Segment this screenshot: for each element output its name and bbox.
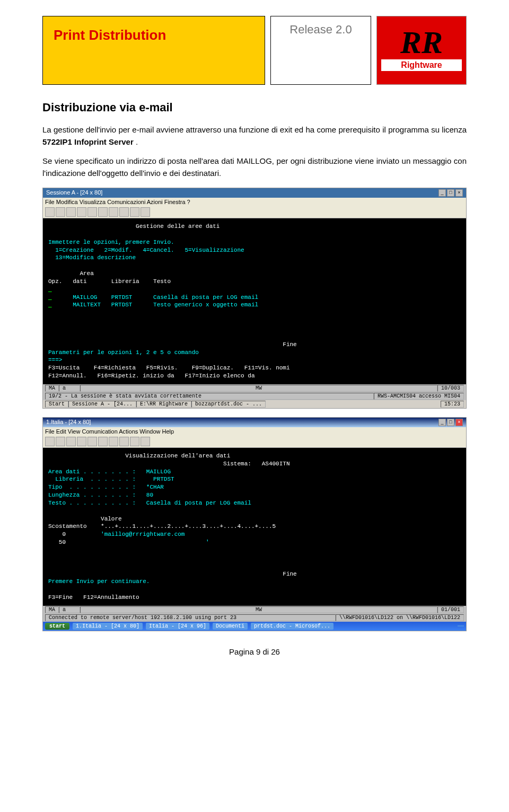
close-button[interactable]: × [455, 419, 463, 426]
terminal-window-2: 1.Italia - [24 x 80] _ □ × File Edit Vie… [42, 417, 467, 631]
system-label: Sistema: [223, 461, 251, 467]
row-text: Testo generico x oggetto email [153, 302, 258, 308]
toolbar-button[interactable] [109, 437, 118, 446]
taskbar-item[interactable]: bozzaprtdst.doc - ... [191, 401, 266, 408]
fkey: F16=Ripetiz. inizio da [97, 373, 174, 379]
close-button[interactable]: × [455, 189, 463, 197]
maximize-button[interactable]: □ [447, 189, 454, 197]
titlebar[interactable]: Sessione A - [24 x 80] _ □ × [43, 188, 466, 198]
field-label: Testo . . . . . . . . . : [48, 500, 136, 506]
input-field[interactable] [48, 294, 52, 301]
input-field[interactable] [48, 286, 52, 293]
taskbar-item[interactable]: Sessione A - [24... [68, 401, 136, 408]
field-value: Casella di posta per LOG email [146, 500, 251, 506]
fkey: F4=Richiesta [94, 365, 136, 371]
taskbar-classic: Start Sessione A - [24... E:\RR Rightwar… [43, 400, 466, 408]
toolbar-button[interactable] [119, 437, 129, 446]
toolbar-button[interactable] [98, 207, 108, 217]
toolbar-button[interactable] [66, 437, 76, 446]
paragraph-2: Se viene specificato un indirizzo di pos… [42, 155, 467, 179]
toolbar-button[interactable] [141, 207, 150, 217]
toolbar-button[interactable] [130, 207, 139, 217]
fkey: F5=Rivis. [146, 365, 178, 371]
toolbar-button[interactable] [141, 437, 150, 446]
page-footer: Pagina 9 di 26 [42, 647, 467, 656]
col-header-testo: Testo [153, 278, 171, 285]
minimize-button[interactable]: _ [438, 189, 446, 197]
row-lib: PRTDST [111, 302, 133, 308]
start-button[interactable]: start [45, 623, 69, 630]
toolbar-button[interactable] [119, 207, 129, 217]
field-value: 80 [146, 492, 153, 498]
row-area: MAILLOG [73, 294, 97, 301]
toolbar-button[interactable] [45, 207, 55, 217]
terminal-statusbar: MA a MW 10/003 [43, 384, 466, 392]
input-field[interactable] [48, 302, 52, 308]
paragraph-1: La gestione dell'invio per e-mail avvien… [42, 124, 467, 148]
stat-mw: MW [80, 385, 437, 392]
taskbar-item[interactable]: prtdst.doc - Microsof... [251, 623, 334, 630]
field-label: Area dati . . . . . . . : [48, 469, 136, 475]
col-header-area: Area [80, 270, 93, 277]
terminal-window-1: Sessione A - [24 x 80] _ □ × File Modifi… [42, 188, 467, 409]
terminal-body[interactable]: Gestione delle aree dati Immettere le op… [43, 218, 466, 384]
row-lib: PRTDST [111, 294, 133, 301]
screen-title: Gestione delle aree dati [136, 223, 220, 230]
system-tray [458, 625, 464, 626]
toolbar-button[interactable] [45, 437, 55, 446]
stat-mw: MW [80, 606, 437, 613]
toolbar-button[interactable] [87, 437, 97, 446]
status-conn: RWS-AMCMIS04 accesso MIS04 [374, 393, 464, 400]
fkey: F11=Vis. nomi [244, 365, 290, 371]
tray-clock: 15:23 [441, 401, 464, 408]
maximize-button[interactable]: □ [447, 419, 454, 426]
terminal-body[interactable]: Visualizzazione dell'area dati Sistema: … [43, 448, 466, 606]
toolbar-button[interactable] [98, 437, 108, 446]
menubar[interactable]: File Modifica Visualizza Comunicazioni A… [43, 198, 466, 206]
start-button[interactable]: Start [45, 401, 68, 408]
toolbar-button[interactable] [77, 207, 86, 217]
stat-ma: MA [45, 385, 59, 392]
col-header-lib: Libreria [111, 278, 139, 285]
toolbar-button[interactable] [56, 207, 65, 217]
taskbar-item[interactable]: E:\RR Rightware [136, 401, 191, 408]
row-area: MAILTEXT [73, 302, 101, 308]
end-indicator: Fine [283, 571, 296, 577]
ruler: *...+....1....+....2....+....3....+....4… [101, 523, 276, 529]
toolbar-button[interactable] [56, 437, 65, 446]
toolbar-button[interactable] [130, 437, 139, 446]
brand-box: Print Distribution [42, 16, 265, 85]
intro-line: Immettere le opzioni, premere Invio. [48, 239, 174, 245]
end-indicator: Fine [283, 341, 296, 348]
taskbar-xp: start 1.Italia - [24 x 80] Italia - [24 … [43, 622, 466, 631]
toolbar-button[interactable] [77, 437, 86, 446]
command-prompt[interactable]: ===> [48, 357, 62, 363]
screen-title: Visualizzazione dell'area dati [125, 453, 230, 459]
menubar[interactable]: File Edit View Comunication Actions Wind… [43, 427, 466, 436]
fkey: F3=Fine [48, 594, 73, 601]
toolbar-button[interactable] [109, 207, 118, 217]
offset-0: 0 [62, 531, 66, 537]
param-prompt: Parametri per le opzioni 1, 2 e 5 o coma… [48, 349, 199, 356]
titlebar[interactable]: 1.Italia - [24 x 80] _ □ × [43, 418, 466, 427]
fkey: F12=Annullamento [83, 594, 139, 601]
toolbar-button[interactable] [66, 207, 76, 217]
release-box: Release 2.0 [270, 16, 371, 85]
para1-text-c: . [136, 137, 138, 146]
col-header-opz: Opz. [48, 278, 62, 285]
toolbar [43, 436, 466, 448]
window-buttons: _ □ × [438, 189, 463, 197]
window-buttons: _ □ × [438, 419, 463, 426]
toolbar-button[interactable] [87, 207, 97, 217]
fkey: F9=Duplicaz. [192, 365, 234, 371]
window-title: Sessione A - [24 x 80] [46, 189, 102, 197]
terminal-statusbar: MA a MW 01/001 [43, 606, 466, 614]
offset-50: 50 [59, 539, 66, 545]
taskbar-item[interactable]: Italia - [24 x 96] [146, 623, 209, 630]
stat-a: a [59, 385, 80, 392]
taskbar-item[interactable]: Documenti [213, 623, 248, 630]
taskbar-item[interactable]: 1.Italia - [24 x 80] [73, 623, 143, 630]
stat-ma: MA [45, 606, 59, 613]
minimize-button[interactable]: _ [438, 419, 446, 426]
status-msg: Connected to remote server/host 192.168.… [45, 614, 336, 621]
